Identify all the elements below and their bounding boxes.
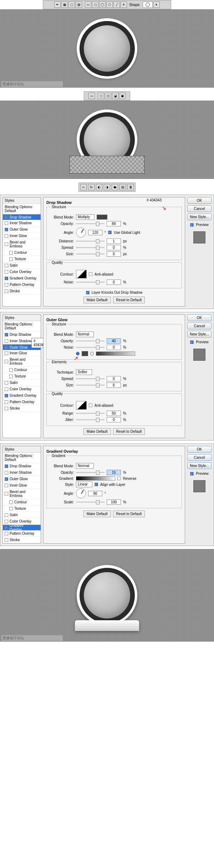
custom-shape-icon[interactable]: ✶ [121,1,127,8]
contour-picker[interactable] [76,270,87,278]
opacity-input[interactable]: 40 [107,338,121,344]
cancel-button[interactable]: Cancel [187,205,212,212]
reverse-checkbox[interactable] [117,477,121,480]
distance-input[interactable]: 1 [107,238,121,244]
row-bevel[interactable]: Bevel and Emboss [3,356,41,367]
cancel-button[interactable]: Cancel [187,323,212,329]
ellipse-icon[interactable]: ◯ [99,1,106,8]
row-bevel[interactable]: Bevel and Emboss [3,239,41,250]
size-input[interactable]: 6 [107,382,121,388]
noise-slider[interactable] [76,347,105,348]
opacity-slider[interactable] [76,223,105,224]
knockout-checkbox[interactable] [86,291,90,294]
range-input[interactable]: 50 [107,411,121,416]
reset-default-button[interactable]: Reset to Default [113,428,145,435]
distance-slider[interactable] [76,241,105,242]
spread-slider[interactable] [76,247,105,248]
make-default-button[interactable]: Make Default [83,297,111,303]
global-light-checkbox[interactable] [108,231,112,234]
glow-gradient[interactable] [96,351,135,356]
opacity-input[interactable]: 15 [107,470,121,475]
row-inner-shadow[interactable]: Inner Shadow # 434343 [3,338,41,344]
angle-input[interactable]: 120 [88,230,102,235]
row-pattern-overlay[interactable]: Pattern Overlay [3,282,41,288]
blend-mode-select[interactable]: Normal [76,463,94,469]
aa-checkbox[interactable] [89,272,92,276]
opacity-slider[interactable] [76,472,105,473]
row-inner-shadow[interactable]: Inner Shadow [3,220,41,226]
contour-picker[interactable] [76,401,87,410]
shape-picker[interactable] [143,1,153,8]
shape-dropdown-icon[interactable]: ▾ [153,1,160,8]
new-style-button[interactable]: New Style... [187,462,212,469]
make-default-button[interactable]: Make Default [83,510,111,517]
angle-dial[interactable] [76,227,86,237]
fx-icon[interactable]: fx [88,184,95,190]
scale-slider[interactable] [76,502,105,503]
row-gradient-overlay[interactable]: Gradient Overlay [3,525,41,530]
technique-select[interactable]: Softer [76,369,92,375]
row-texture[interactable]: Texture [3,256,41,262]
glow-color-swatch[interactable] [82,351,88,356]
opacity-input[interactable]: 88 [107,221,121,226]
style-select[interactable]: Linear [76,482,92,487]
row-outer-glow[interactable]: Outer Glow [3,226,41,233]
ok-button[interactable]: OK [187,446,212,453]
fill-pixels-icon[interactable]: ▨ [76,1,82,8]
group-icon[interactable]: 🖿 [112,184,118,190]
adjustment-icon[interactable]: ◑ [104,184,110,190]
intersect-selection-icon[interactable]: ▣ [119,93,126,99]
add-selection-icon[interactable]: ◫ [105,93,111,99]
ok-button[interactable]: OK [187,314,212,321]
preview-checkbox[interactable] [190,472,194,476]
row-satin[interactable]: Satin [3,262,41,269]
scale-input[interactable]: 100 [107,499,121,505]
row-drop-shadow[interactable]: Drop Shadow [3,332,41,338]
spread-input[interactable]: 0 [107,245,121,250]
noise-input[interactable]: 0 [107,345,121,350]
angle-input[interactable]: 90 [88,491,102,496]
preview-checkbox[interactable] [190,223,194,227]
shadow-color-swatch[interactable] [97,215,107,220]
row-contour[interactable]: Contour [3,250,41,256]
range-slider[interactable] [76,413,105,414]
gradient-picker[interactable] [76,476,115,481]
aa-checkbox[interactable] [89,404,92,407]
rrect-icon[interactable]: ◻ [92,1,98,8]
reset-default-button[interactable]: Reset to Default [113,510,145,517]
spread-input[interactable]: 0 [107,376,121,381]
row-inner-glow[interactable]: Inner Glow [3,350,41,356]
trash-icon[interactable]: 🗑 [127,184,134,190]
rect-marquee-icon[interactable]: ▭ [88,93,95,99]
new-style-button[interactable]: New Style... [187,214,212,220]
row-color-overlay[interactable]: Color Overlay [3,269,41,275]
new-style-button[interactable]: New Style... [187,331,212,338]
align-checkbox[interactable] [95,483,98,486]
paths-icon[interactable]: ▢ [68,1,75,8]
blend-options-row[interactable]: Blending Options: Default [3,204,41,214]
new-selection-icon[interactable]: ◻ [98,93,104,99]
link-icon[interactable]: ⬄ [80,184,87,190]
ok-button[interactable]: OK [187,197,212,204]
row-stroke[interactable]: Stroke [3,288,41,294]
jitter-slider[interactable] [76,419,105,420]
size-slider[interactable] [76,253,105,255]
noise-slider[interactable] [76,282,105,283]
size-slider[interactable] [76,385,105,386]
new-layer-icon[interactable]: ▤ [119,184,126,190]
row-gradient-overlay[interactable]: Gradient Overlay [3,275,41,282]
mask-icon[interactable]: ◐ [96,184,102,190]
jitter-input[interactable]: 0 [107,417,121,422]
opacity-slider[interactable] [76,340,105,341]
pen-tool-icon[interactable]: ✒ [54,1,61,8]
subtract-selection-icon[interactable]: ◪ [112,93,118,99]
spread-slider[interactable] [76,378,105,379]
polygon-icon[interactable]: ⬠ [106,1,113,8]
preview-checkbox[interactable] [190,340,194,344]
row-inner-glow[interactable]: Inner Glow [3,233,41,239]
blend-mode-select[interactable]: Multiply [76,214,95,220]
gradient-radio[interactable] [90,352,94,355]
shape-layers-icon[interactable]: ▦ [61,1,68,8]
angle-dial[interactable] [76,488,86,498]
blend-mode-select[interactable]: Normal [76,332,94,337]
